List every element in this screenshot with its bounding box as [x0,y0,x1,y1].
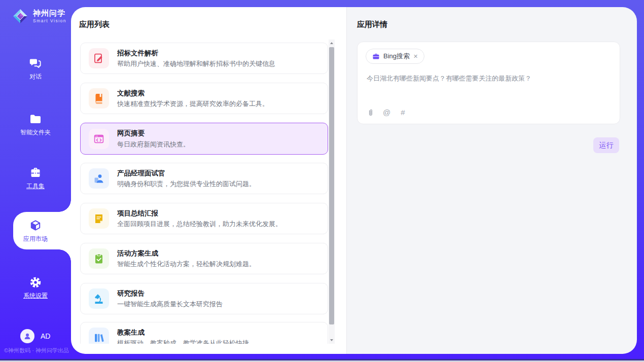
card-text: 招标文件解析帮助用户快速、准确地理解和解析招标书中的关键信息 [117,50,275,67]
app-card[interactable]: 活动方案生成智能生成个性化活动方案，轻松解决规划难题。 [80,243,328,274]
app-card-title: 网页摘要 [117,130,190,137]
card-text: 网页摘要每日政府新闻资讯快查。 [117,130,190,148]
folder-icon [29,113,42,126]
app-card[interactable]: 文献搜索快速精准查找学术资源，提高研究效率的必备工具。 [80,83,328,114]
app-card-title: 产品经理面试官 [117,170,256,177]
app-card-title: 教案生成 [117,329,249,336]
scrollbar[interactable] [329,40,335,344]
app-card[interactable]: 网页摘要每日政府新闻资讯快查。 [80,123,328,155]
microscope-icon [89,288,109,309]
sidebar-item-folders[interactable]: 智能文件夹 [0,113,71,137]
app-card[interactable]: 产品经理面试官明确身份和职责，为您提供专业性的面试问题。 [80,163,328,194]
app-card[interactable]: 教案生成模板驱动，教案秒成，教学准备从此轻松快捷 [80,322,328,344]
triangle-down-icon [330,339,333,341]
briefcase-icon [372,53,380,60]
chip-close-icon[interactable]: ✕ [413,53,418,60]
app-card-title: 招标文件解析 [117,50,275,57]
toolbox-icon [29,166,42,179]
content-shell: 应用列表 招标文件解析帮助用户快速、准确地理解和解析招标书中的关键信息文献搜索快… [71,7,637,354]
chat-icon [29,57,42,70]
sidebar-item-label: 工具集 [26,182,45,191]
cube-icon [29,219,42,232]
app-card-title: 研究报告 [117,290,223,297]
app-card[interactable]: 项目总结汇报全面回顾项目进展，总结经验教训，助力未来优化发展。 [80,203,328,234]
sidebar-item-label: 对话 [29,73,42,81]
card-text: 教案生成模板驱动，教案秒成，教学准备从此轻松快捷 [117,329,249,344]
card-text: 文献搜索快速精准查找学术资源，提高研究效率的必备工具。 [117,90,269,107]
app-card-title: 项目总结汇报 [117,210,282,217]
brand-logo: 神州问学 Smart Vision [11,7,66,25]
triangle-up-icon [330,42,333,44]
card-text: 产品经理面试官明确身份和职责，为您提供专业性的面试问题。 [117,170,256,188]
doc-edit-icon [89,48,109,68]
at-icon[interactable]: @ [382,108,391,117]
card-text: 研究报告一键智能生成高质量长文本研究报告 [117,290,223,308]
brand-name: 神州问学 [33,9,66,18]
sidebar-item-label: 智能文件夹 [20,128,51,137]
browser-code-icon [89,129,109,149]
scroll-up-button[interactable] [329,40,335,47]
tool-chip-bing-search[interactable]: Bing搜索 ✕ [366,49,424,64]
scrollbar-thumb[interactable] [329,47,334,324]
clipboard-check-icon [89,248,109,269]
app-cards-list: 招标文件解析帮助用户快速、准确地理解和解析招标书中的关键信息文献搜索快速精准查找… [80,40,328,344]
diamond-logo-icon [11,7,29,25]
prompt-card[interactable]: Bing搜索 ✕ 今日湖北有哪些新闻要点？有哪些需要关注的最新政策？ @ # [357,42,620,124]
copyright-text: ©神州数码 · 神州问学出品 [4,347,69,354]
app-card-desc: 帮助用户快速、准确地理解和解析招标书中的关键信息 [117,60,275,67]
memo-icon [89,208,109,229]
card-text: 活动方案生成智能生成个性化活动方案，轻松解决规划难题。 [117,250,256,268]
sidebar-item-chat[interactable]: 对话 [0,57,71,81]
sidebar-item-app-market[interactable]: 应用市场 [0,219,71,243]
app-card-desc: 智能生成个性化活动方案，轻松解决规划难题。 [117,261,256,267]
book-icon [89,88,109,108]
app-card-desc: 快速精准查找学术资源，提高研究效率的必备工具。 [117,100,269,107]
person-icon [22,331,32,341]
app-card-desc: 明确身份和职责，为您提供专业性的面试问题。 [117,180,256,187]
sidebar-item-settings[interactable]: 系统设置 [0,276,71,300]
app-card[interactable]: 招标文件解析帮助用户快速、准确地理解和解析招标书中的关键信息 [80,43,328,74]
run-button[interactable]: 运行 [593,137,619,153]
sidebar: 神州问学 Smart Vision 对话智能文件夹工具集应用市场系统设置 AD … [0,0,71,362]
app-card-desc: 模板驱动，教案秒成，教学准备从此轻松快捷 [117,340,249,344]
user-name: AD [41,332,50,340]
card-text: 项目总结汇报全面回顾项目进展，总结经验教训，助力未来优化发展。 [117,210,282,228]
gear-icon [29,276,42,289]
interviewer-icon [89,168,109,189]
app-card-title: 活动方案生成 [117,250,256,257]
books-icon [89,328,109,344]
avatar[interactable] [20,329,34,343]
scroll-down-button[interactable] [329,337,335,344]
app-detail-title: 应用详情 [357,20,387,29]
sidebar-item-label: 应用市场 [23,235,48,243]
brand-subtitle: Smart Vision [33,19,66,23]
prompt-toolbar: @ # [366,108,407,117]
chip-label: Bing搜索 [383,52,410,61]
query-text[interactable]: 今日湖北有哪些新闻要点？有哪些需要关注的最新政策？ [367,74,610,84]
app-card[interactable]: 研究报告一键智能生成高质量长文本研究报告 [80,283,328,314]
paperclip-icon[interactable] [366,108,375,117]
app-card-desc: 每日政府新闻资讯快查。 [117,141,190,148]
app-card-desc: 全面回顾项目进展，总结经验教训，助力未来优化发展。 [117,221,282,227]
app-list-panel: 应用列表 招标文件解析帮助用户快速、准确地理解和解析招标书中的关键信息文献搜索快… [71,7,346,354]
user-row[interactable]: AD [20,329,50,343]
app-card-desc: 一键智能生成高质量长文本研究报告 [117,301,223,307]
sidebar-item-tools[interactable]: 工具集 [0,166,71,191]
app-card-title: 文献搜索 [117,90,269,97]
hash-icon[interactable]: # [399,108,407,117]
app-detail-panel: 应用详情 Bing搜索 ✕ 今日湖北有哪些新闻要点？有哪些需要关注的最新政策？ … [346,7,637,354]
sidebar-item-label: 系统设置 [23,292,48,300]
app-list-title: 应用列表 [79,20,110,29]
